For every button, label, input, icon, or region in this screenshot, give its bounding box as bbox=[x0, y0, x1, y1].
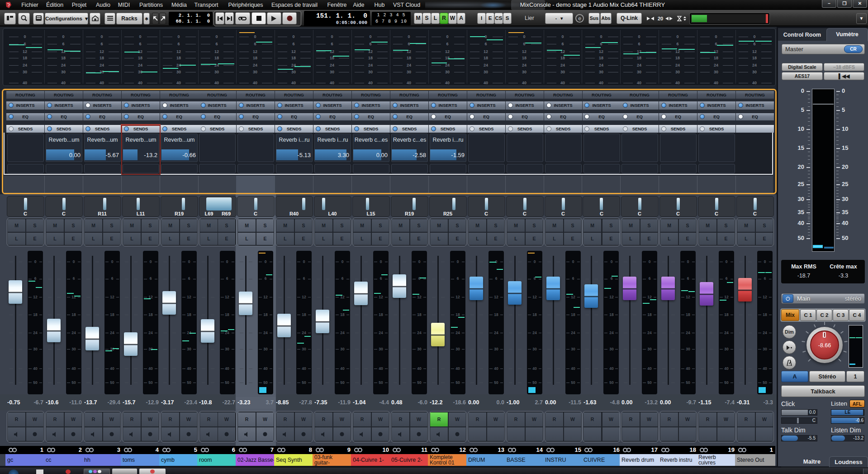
svg-text:20: 20 bbox=[658, 16, 663, 21]
